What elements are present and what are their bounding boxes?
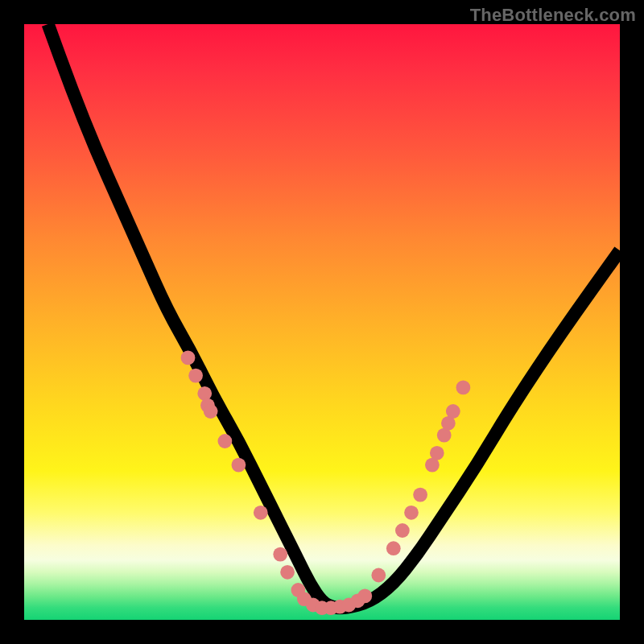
plot-area (24, 24, 620, 620)
marker-dot (446, 404, 460, 419)
marker-dot (386, 541, 401, 555)
marker-dot (232, 458, 246, 473)
marker-dot (218, 434, 233, 448)
watermark-text: TheBottleneck.com (470, 5, 636, 26)
marker-dot (181, 351, 196, 365)
curve-svg (24, 24, 620, 620)
marker-dot (280, 565, 295, 580)
marker-dot (357, 589, 372, 604)
marker-dot (204, 404, 218, 419)
marker-dot (273, 547, 287, 562)
bottleneck-curve (48, 24, 620, 608)
marker-dot (404, 506, 419, 520)
marker-dot (395, 523, 410, 538)
marker-dot (197, 386, 212, 401)
marker-dot (430, 446, 444, 460)
marker-dot (254, 506, 268, 520)
marker-dot (188, 369, 203, 383)
marker-group (181, 351, 471, 616)
marker-dot (456, 381, 471, 395)
marker-dot (413, 488, 427, 502)
marker-dot (371, 568, 386, 583)
chart-frame: TheBottleneck.com (0, 0, 644, 644)
